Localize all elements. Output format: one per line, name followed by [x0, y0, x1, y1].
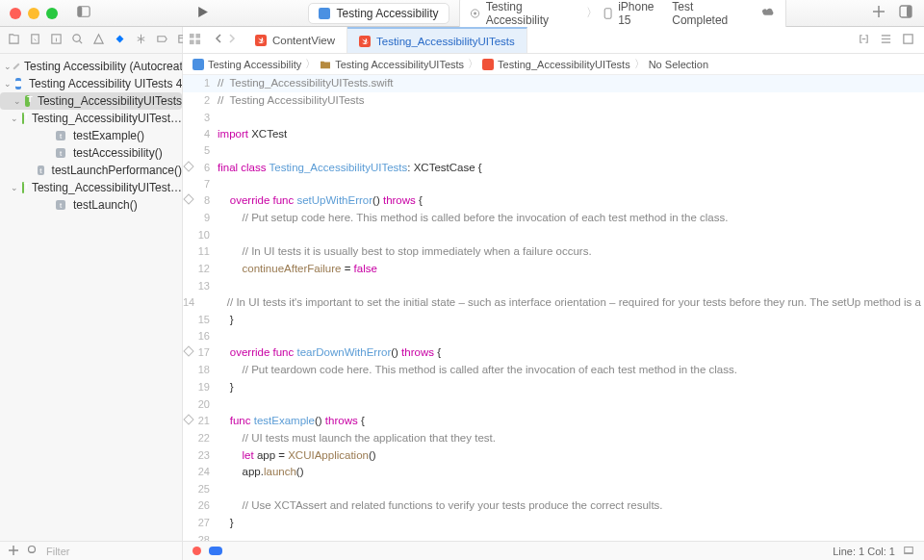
tab-label: ContentView: [272, 35, 335, 46]
svg-rect-15: [195, 33, 200, 38]
code-line[interactable]: 26 // Use XCTAssert and related function…: [183, 497, 924, 515]
code-line[interactable]: 21 func testExample() throws {: [183, 413, 924, 430]
code-line[interactable]: 20: [183, 396, 924, 413]
svg-rect-20: [904, 34, 912, 42]
run-test-gutter-icon[interactable]: [183, 194, 193, 205]
device-icon: [603, 8, 612, 19]
code-line[interactable]: 8 override func setUpWithError() throws …: [183, 192, 924, 210]
run-test-gutter-icon[interactable]: [183, 161, 193, 171]
test-bundle-icon: [25, 95, 30, 107]
back-button[interactable]: [213, 33, 224, 47]
code-line[interactable]: 17 override func tearDownWithError() thr…: [183, 344, 924, 362]
code-editor[interactable]: 1// Testing_AccessibilityUITests.swift2/…: [183, 75, 924, 541]
tab-contentview[interactable]: ContentView: [244, 27, 347, 53]
breadcrumb[interactable]: Testing Accessibility 〉 Testing Accessib…: [183, 54, 924, 75]
nav-breakpoints-icon[interactable]: [156, 33, 168, 48]
tree-test-item[interactable]: ttestLaunchPerformance(): [0, 162, 182, 179]
crumb-selection[interactable]: No Selection: [649, 59, 708, 70]
code-line[interactable]: 6final class Testing_AccessibilityUITest…: [183, 160, 924, 177]
code-line[interactable]: 18 // Put teardown code here. This metho…: [183, 362, 924, 379]
method-icon: t: [56, 148, 65, 158]
chevron-down-icon[interactable]: ⌄: [11, 114, 18, 123]
tree-test-item[interactable]: ttestAccessibility(): [0, 144, 182, 162]
svg-rect-8: [907, 6, 911, 17]
folder-icon: [320, 60, 331, 69]
code-line[interactable]: 14 // In UI tests it's important to set …: [183, 294, 924, 312]
code-line[interactable]: 19 }: [183, 379, 924, 396]
scheme-label: Testing Accessibility: [486, 0, 580, 27]
filter-input[interactable]: Filter: [46, 546, 174, 557]
nav-debug-icon[interactable]: [135, 33, 147, 48]
filter-options-icon[interactable]: [27, 545, 38, 558]
tree-test-item[interactable]: ttestExample(): [0, 127, 182, 144]
tree-test-item[interactable]: ttestLaunch(): [0, 196, 182, 214]
tree-scheme[interactable]: ⌄ Testing Accessibility UITests 4…: [0, 75, 182, 92]
code-line[interactable]: 13: [183, 278, 924, 294]
library-icon[interactable]: [899, 5, 912, 21]
run-destination[interactable]: Testing Accessibility 〉 iPhone 15 Test C…: [459, 0, 786, 31]
code-line[interactable]: 12 continueAfterFailure = false: [183, 261, 924, 278]
svg-rect-3: [319, 8, 330, 19]
chevron-down-icon[interactable]: ⌄: [4, 79, 12, 89]
tree-target[interactable]: ⌄ Testing_AccessibilityUITests: [0, 92, 182, 110]
nav-find-icon[interactable]: [71, 33, 84, 48]
adjust-editor-icon[interactable]: [880, 33, 892, 48]
nav-bookmark-icon[interactable]: [50, 33, 63, 48]
code-line[interactable]: 11 // In UI tests it is usually best to …: [183, 243, 924, 261]
code-line[interactable]: 22 // UI tests must launch the applicati…: [183, 430, 924, 447]
code-line[interactable]: 15 }: [183, 312, 924, 329]
code-line[interactable]: 5: [183, 142, 924, 159]
code-line[interactable]: 10: [183, 227, 924, 243]
code-line[interactable]: 1// Testing_AccessibilityUITests.swift: [183, 75, 924, 92]
nav-tests-icon[interactable]: [114, 33, 126, 48]
breakpoint-toggle-icon[interactable]: [209, 547, 222, 555]
tree-class1[interactable]: ⌄ Testing_AccessibilityUITest…: [0, 110, 182, 127]
code-line[interactable]: 3: [183, 110, 924, 126]
inspector-toggle-icon[interactable]: [903, 545, 914, 558]
counterparts-icon[interactable]: [858, 33, 870, 48]
run-button[interactable]: [183, 6, 222, 21]
sidebar-toggle-icon[interactable]: [77, 5, 90, 21]
zoom-icon[interactable]: [46, 8, 58, 19]
add-navigator-button[interactable]: [8, 545, 19, 558]
svg-rect-6: [604, 8, 611, 17]
run-test-gutter-icon[interactable]: [183, 346, 193, 357]
nav-project-icon[interactable]: [8, 33, 20, 48]
crumb-folder[interactable]: Testing AccessibilityUITests: [335, 59, 464, 70]
code-line[interactable]: 25: [183, 481, 924, 497]
nav-issues-icon[interactable]: [92, 33, 105, 48]
crumb-project[interactable]: Testing Accessibility: [208, 59, 301, 70]
titlebar: Testing Accessibility Testing Accessibil…: [0, 0, 924, 27]
forward-button[interactable]: [226, 33, 238, 47]
code-line[interactable]: 7: [183, 176, 924, 192]
editor-options-icon[interactable]: [902, 33, 914, 48]
code-line[interactable]: 23 let app = XCUIApplication(): [183, 447, 924, 465]
run-test-gutter-icon[interactable]: [183, 414, 193, 424]
error-indicator-icon[interactable]: [192, 547, 201, 555]
crumb-file[interactable]: Testing_AccessibilityUITests: [498, 59, 630, 70]
run-test-icon[interactable]: [13, 63, 19, 69]
code-line[interactable]: 4import XCTest: [183, 126, 924, 143]
code-line[interactable]: 24 app.launch(): [183, 464, 924, 481]
svg-rect-12: [116, 35, 124, 42]
tab-uitests[interactable]: Testing_AccessibilityUITests: [347, 27, 527, 53]
chevron-down-icon[interactable]: ⌄: [4, 62, 12, 71]
minimize-icon[interactable]: [28, 8, 39, 19]
code-line[interactable]: 2// Testing AccessibilityUITests: [183, 92, 924, 110]
code-line[interactable]: 28: [183, 532, 924, 541]
chevron-down-icon[interactable]: ⌄: [11, 183, 18, 192]
root-label: Testing Accessibility (Autocreat…: [24, 60, 182, 73]
close-icon[interactable]: [10, 8, 21, 19]
test-name-label: testLaunchPerformance(): [52, 164, 182, 177]
code-line[interactable]: 16: [183, 328, 924, 344]
code-line[interactable]: 27 }: [183, 515, 924, 532]
add-button[interactable]: [872, 5, 886, 21]
tree-root[interactable]: ⌄ Testing Accessibility (Autocreat…: [0, 58, 182, 75]
svg-point-5: [474, 12, 476, 14]
code-line[interactable]: 9 // Put setup code here. This method is…: [183, 210, 924, 227]
scheme-selector[interactable]: Testing Accessibility: [308, 3, 449, 24]
tree-class2[interactable]: ⌄ Testing_AccessibilityUITest…: [0, 179, 182, 196]
related-items-icon[interactable]: [183, 33, 207, 48]
chevron-down-icon[interactable]: ⌄: [13, 96, 21, 106]
nav-source-icon[interactable]: [29, 33, 41, 48]
